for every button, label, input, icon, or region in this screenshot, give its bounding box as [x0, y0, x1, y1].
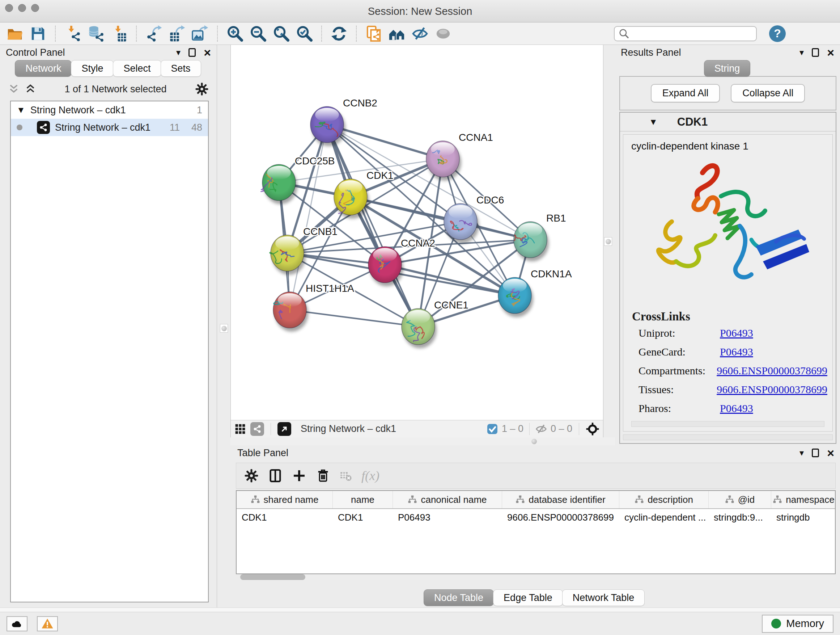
edge-CCNB2-HIST1H1A[interactable] — [290, 125, 327, 310]
float-panel-icon[interactable] — [188, 48, 196, 57]
warnings-button[interactable] — [37, 616, 58, 631]
table-horizontal-scrollbar[interactable] — [240, 574, 836, 580]
left-splitter-handle[interactable] — [220, 324, 228, 333]
node-HIST1H1A[interactable] — [273, 292, 308, 332]
node-CDC25B[interactable] — [261, 165, 297, 204]
add-column-icon[interactable] — [292, 469, 306, 483]
tab-network[interactable]: Network — [15, 60, 72, 77]
table-cell[interactable]: CDK1 — [237, 509, 333, 526]
network-graph[interactable]: CCNB2CCNA1CDC25BCDK1CDC6RB1CCNB1CCNA2CDK… — [231, 45, 603, 420]
duplicate-network-button[interactable] — [363, 24, 384, 44]
search-box[interactable] — [614, 26, 757, 41]
column-header-database-identifier[interactable]: database identifier — [502, 491, 619, 508]
node-label-CCNA1: CCNA1 — [459, 132, 493, 143]
network-row[interactable]: String Network – cdk1 11 48 — [11, 119, 208, 136]
import-network-from-file-button[interactable] — [62, 24, 83, 44]
expander-icon[interactable]: ▼ — [649, 118, 658, 126]
tab-network-table[interactable]: Network Table — [562, 589, 645, 606]
memory-button[interactable]: Memory — [762, 615, 834, 633]
table-cell[interactable]: cyclin-dependent ... — [619, 509, 709, 526]
column-header-shared-name[interactable]: shared name — [237, 491, 333, 508]
crosslink-link[interactable]: P06493 — [720, 402, 753, 415]
tab-node-table[interactable]: Node Table — [424, 589, 494, 606]
tab-edge-table[interactable]: Edge Table — [493, 589, 563, 606]
import-network-from-database-button[interactable] — [85, 24, 106, 44]
node-CCNA1[interactable] — [426, 141, 461, 181]
detach-view-icon[interactable] — [278, 422, 291, 436]
apply-preferred-layout-button[interactable] — [328, 24, 349, 44]
tab-style[interactable]: Style — [71, 60, 114, 77]
zoom-fit-button[interactable] — [271, 24, 292, 44]
export-image-button[interactable] — [189, 24, 210, 44]
node-CCNB2[interactable] — [310, 106, 346, 146]
selected-checkbox-icon[interactable] — [486, 423, 498, 435]
column-header-canonical-name[interactable]: canonical name — [393, 491, 502, 508]
zoom-selected-button[interactable] — [294, 24, 315, 44]
float-panel-icon[interactable] — [812, 448, 819, 457]
column-header-namespace[interactable]: namespace — [771, 491, 836, 508]
birds-eye-view-icon[interactable] — [586, 422, 600, 436]
close-panel-icon[interactable]: × — [204, 46, 211, 59]
edge-CCNB2-CCNE1[interactable] — [327, 125, 418, 326]
table-cell[interactable]: 9606.ENSP00000378699 — [502, 509, 619, 526]
crosslink-link[interactable]: P06493 — [720, 327, 753, 339]
table-cell[interactable]: CDK1 — [333, 509, 393, 526]
grid-view-icon[interactable] — [234, 423, 246, 435]
network-collection-row[interactable]: ▼ String Network – cdk1 1 — [11, 101, 208, 119]
crosslink-link[interactable]: P06493 — [720, 346, 753, 358]
right-splitter-handle[interactable] — [604, 237, 612, 246]
show-all-button[interactable] — [433, 24, 454, 44]
node-CDK1[interactable] — [334, 179, 369, 219]
column-header-@id[interactable]: @id — [709, 491, 771, 508]
tab-sets[interactable]: Sets — [161, 60, 201, 77]
table-cell[interactable]: stringdb:9... — [709, 509, 771, 526]
first-neighbors-button[interactable] — [386, 24, 407, 44]
table-options-gear-icon[interactable] — [244, 469, 259, 483]
network-share-icon[interactable] — [250, 422, 264, 436]
zoom-out-button[interactable] — [248, 24, 268, 44]
collapse-all-button[interactable]: Collapse All — [731, 84, 805, 103]
import-table-from-file-button[interactable] — [109, 24, 129, 44]
export-network-button[interactable] — [143, 24, 164, 44]
column-header-description[interactable]: description — [619, 491, 709, 508]
close-panel-icon[interactable]: × — [827, 46, 834, 59]
expand-all-button[interactable]: Expand All — [651, 84, 720, 103]
cloud-status-button[interactable] — [6, 616, 27, 631]
node-CDKN1A[interactable] — [498, 277, 533, 317]
node-RB1[interactable] — [514, 222, 549, 261]
expand-all-icon[interactable] — [25, 83, 36, 95]
panel-menu-icon[interactable]: ▾ — [799, 448, 804, 457]
export-table-button[interactable] — [166, 24, 187, 44]
delete-column-icon[interactable] — [316, 469, 330, 483]
panel-menu-icon[interactable]: ▾ — [176, 48, 180, 57]
table-cell[interactable]: stringdb — [771, 509, 836, 526]
network-canvas[interactable]: CCNB2CCNA1CDC25BCDK1CDC6RB1CCNB1CCNA2CDK… — [231, 45, 603, 420]
help-button[interactable]: ? — [769, 25, 786, 42]
column-header-name[interactable]: name — [333, 491, 393, 508]
panel-menu-icon[interactable]: ▾ — [799, 48, 804, 57]
card-scroll-track[interactable] — [623, 434, 833, 440]
expander-icon[interactable]: ▼ — [17, 106, 25, 114]
node-CCNA2[interactable] — [368, 247, 403, 287]
node-CCNE1[interactable] — [401, 309, 437, 348]
save-session-button[interactable] — [27, 24, 49, 44]
crosslink-link[interactable]: 9606.ENSP00000378699 — [717, 364, 827, 377]
network-options-gear-icon[interactable] — [195, 82, 209, 96]
show-columns-icon[interactable] — [268, 469, 283, 483]
edge-CCNE1-HIST1H1A[interactable] — [290, 310, 418, 326]
hide-selected-button[interactable] — [409, 24, 431, 44]
table-row[interactable]: CDK1CDK1P064939606.ENSP00000378699cyclin… — [237, 509, 835, 526]
gene-card-header[interactable]: ▼ CDK1 — [620, 112, 836, 131]
inner-scroll-track[interactable] — [631, 421, 824, 427]
node-CDC6[interactable] — [444, 203, 479, 243]
zoom-in-button[interactable] — [224, 24, 245, 44]
tab-select[interactable]: Select — [113, 60, 161, 77]
crosslink-link[interactable]: 9606.ENSP00000378699 — [717, 383, 827, 396]
tab-string[interactable]: String — [704, 60, 751, 77]
search-input[interactable] — [633, 28, 752, 39]
open-session-button[interactable] — [4, 24, 25, 44]
collapse-all-icon[interactable] — [8, 83, 19, 95]
float-panel-icon[interactable] — [812, 48, 819, 57]
close-panel-icon[interactable]: × — [827, 447, 834, 459]
table-cell[interactable]: P06493 — [393, 509, 502, 526]
